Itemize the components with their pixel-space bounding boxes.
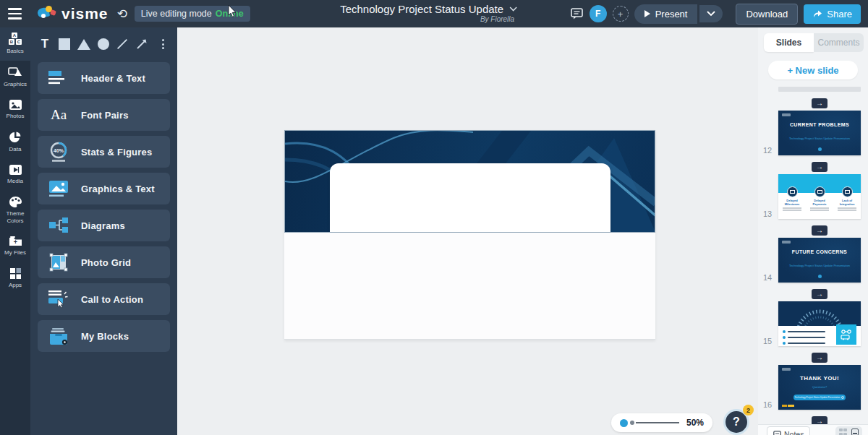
arrow-tool-button[interactable] bbox=[135, 35, 149, 53]
block-item-my-blocks[interactable]: My Blocks bbox=[38, 320, 170, 352]
sidebar-item-apps[interactable]: Apps bbox=[0, 262, 30, 295]
stats-figures-icon: 40% bbox=[46, 141, 71, 163]
slide-header-image[interactable] bbox=[284, 130, 655, 233]
user-avatar[interactable]: F bbox=[590, 5, 607, 22]
block-label: Font Pairs bbox=[81, 110, 129, 121]
play-icon bbox=[644, 10, 650, 17]
sidebar-item-basics[interactable]: A B C Basics bbox=[0, 27, 30, 61]
help-notification-badge: 2 bbox=[743, 405, 754, 415]
slide-transition-button[interactable]: → bbox=[812, 353, 827, 363]
font-pairs-icon: Aa bbox=[46, 107, 71, 123]
document-title[interactable]: Technology Project Status Update bbox=[340, 3, 503, 15]
zoom-level-value: 50% bbox=[686, 418, 704, 428]
slide-thumbnail-13[interactable]: 13 Delayed Milestones Delayed Payments L… bbox=[778, 174, 861, 219]
block-item-header-text[interactable]: Header & Text bbox=[38, 62, 170, 94]
graphics-icon bbox=[8, 66, 22, 79]
thumb-cyan-box bbox=[836, 324, 856, 345]
block-label: Graphics & Text bbox=[81, 184, 155, 194]
editor-canvas[interactable]: 50% ? 2 bbox=[177, 27, 758, 435]
sidebar-label-data: Data bbox=[9, 146, 22, 153]
zoom-slider-marker bbox=[630, 421, 634, 425]
tab-comments[interactable]: Comments bbox=[814, 33, 864, 52]
sidebar-item-data[interactable]: Data bbox=[0, 126, 30, 159]
notes-button[interactable]: Notes bbox=[767, 426, 810, 435]
sidebar-item-photos[interactable]: Photos bbox=[0, 94, 30, 126]
photo-grid-icon bbox=[46, 253, 71, 272]
slide-number: 16 bbox=[763, 400, 772, 409]
slide-transition-button[interactable]: → bbox=[812, 416, 827, 424]
theme-colors-icon bbox=[9, 196, 22, 208]
share-button[interactable]: Share bbox=[804, 4, 861, 24]
visme-logo[interactable]: visme bbox=[38, 5, 109, 22]
block-label: Header & Text bbox=[81, 73, 145, 84]
notes-icon bbox=[773, 431, 781, 435]
block-item-graphics-text[interactable]: Graphics & Text bbox=[38, 173, 170, 204]
slide-logo-mark bbox=[782, 241, 791, 244]
sidebar-label-theme-colors: Theme Colors bbox=[1, 210, 30, 225]
thumb-dot bbox=[818, 275, 822, 278]
sidebar-item-theme-colors[interactable]: Theme Colors bbox=[0, 191, 30, 231]
slide-thumbnail-14[interactable]: 14 FUTURE CONCERNS Technology Project St… bbox=[778, 238, 861, 283]
partial-slide-thumbnail[interactable] bbox=[778, 87, 861, 92]
single-slide-view-icon[interactable] bbox=[851, 428, 859, 435]
block-item-font-pairs[interactable]: Aa Font Pairs bbox=[38, 99, 170, 131]
slide-transition-button[interactable]: → bbox=[812, 289, 827, 299]
sidebar-item-media[interactable]: Media bbox=[0, 159, 30, 191]
slide-thumbnail-15[interactable]: 15 bbox=[778, 301, 861, 346]
circle-shape-button[interactable] bbox=[96, 35, 111, 53]
grid-view-icon[interactable] bbox=[839, 428, 848, 435]
thumb-title: CURRENT PROBLEMS bbox=[786, 122, 852, 129]
tab-slides[interactable]: Slides bbox=[764, 33, 814, 52]
thumb-icon-circle bbox=[787, 186, 798, 197]
document-byline: By Fiorella bbox=[340, 15, 517, 23]
slide-number: 15 bbox=[763, 337, 772, 345]
more-shapes-button[interactable] bbox=[156, 35, 170, 53]
zoom-slider-track[interactable] bbox=[636, 422, 679, 423]
thumb-bullet-list bbox=[783, 330, 825, 346]
sidebar-item-my-files[interactable]: + My Files bbox=[0, 231, 30, 262]
slide-canvas[interactable] bbox=[284, 130, 655, 340]
graphics-text-icon bbox=[46, 180, 71, 197]
block-item-diagrams[interactable]: Diagrams bbox=[38, 210, 170, 241]
block-item-stats-figures[interactable]: 40% Stats & Figures bbox=[38, 136, 170, 168]
sidebar-item-graphics[interactable]: Graphics bbox=[0, 61, 30, 94]
present-button[interactable]: Present bbox=[634, 4, 698, 24]
title-chevron-down-icon[interactable] bbox=[509, 7, 517, 12]
line-tool-button[interactable] bbox=[115, 35, 129, 53]
svg-text:A: A bbox=[12, 33, 16, 38]
slide-thumbnail-16[interactable]: 16 THANK YOU! Questions? Technology Proj… bbox=[778, 365, 861, 410]
document-title-block: Technology Project Status Update By Fior… bbox=[340, 3, 517, 23]
text-tool-button[interactable]: T bbox=[38, 35, 52, 53]
zoom-slider-handle[interactable] bbox=[620, 419, 628, 427]
menu-hamburger-icon[interactable] bbox=[0, 0, 27, 27]
sidebar-label-graphics: Graphics bbox=[4, 81, 27, 88]
slide-transition-button[interactable]: → bbox=[812, 225, 827, 236]
thumb-gauge-graphic bbox=[778, 301, 861, 326]
comment-icon[interactable] bbox=[571, 8, 584, 20]
panel-bottom-bar: Notes bbox=[758, 424, 868, 435]
undo-icon[interactable]: ⟳ bbox=[117, 7, 127, 22]
my-files-icon: + bbox=[9, 236, 22, 247]
share-arrow-icon bbox=[812, 9, 822, 18]
block-item-photo-grid[interactable]: Photo Grid bbox=[38, 246, 170, 278]
add-collaborator-button[interactable]: + bbox=[613, 6, 629, 22]
thumb-icon-label: Lack of Integration bbox=[835, 199, 859, 207]
slide-transition-button[interactable]: → bbox=[812, 162, 827, 172]
slide-thumbnail-12[interactable]: 12 CURRENT PROBLEMS Technology Project S… bbox=[778, 111, 861, 155]
present-options-chevron[interactable] bbox=[699, 5, 723, 22]
powered-by-visme-badge bbox=[782, 405, 794, 408]
thumb-icon-circle bbox=[842, 186, 853, 197]
block-item-call-to-action[interactable]: Call to Action bbox=[38, 283, 170, 315]
slide-transition-button[interactable]: → bbox=[812, 98, 827, 108]
thumb-subtitle: Technology Project Status Update Present… bbox=[783, 137, 856, 140]
new-slide-button[interactable]: + New slide bbox=[768, 61, 858, 79]
thumb-subtitle: Technology Project Status Update Present… bbox=[783, 264, 856, 267]
header-text-icon bbox=[46, 70, 71, 86]
slide-number: 13 bbox=[763, 210, 772, 218]
slide-number: 12 bbox=[763, 146, 772, 155]
download-button[interactable]: Download bbox=[736, 4, 798, 25]
slide-content-card[interactable] bbox=[330, 163, 610, 233]
visme-logo-text: visme bbox=[61, 5, 109, 22]
square-shape-button[interactable] bbox=[57, 35, 72, 53]
triangle-shape-button[interactable] bbox=[77, 35, 91, 53]
